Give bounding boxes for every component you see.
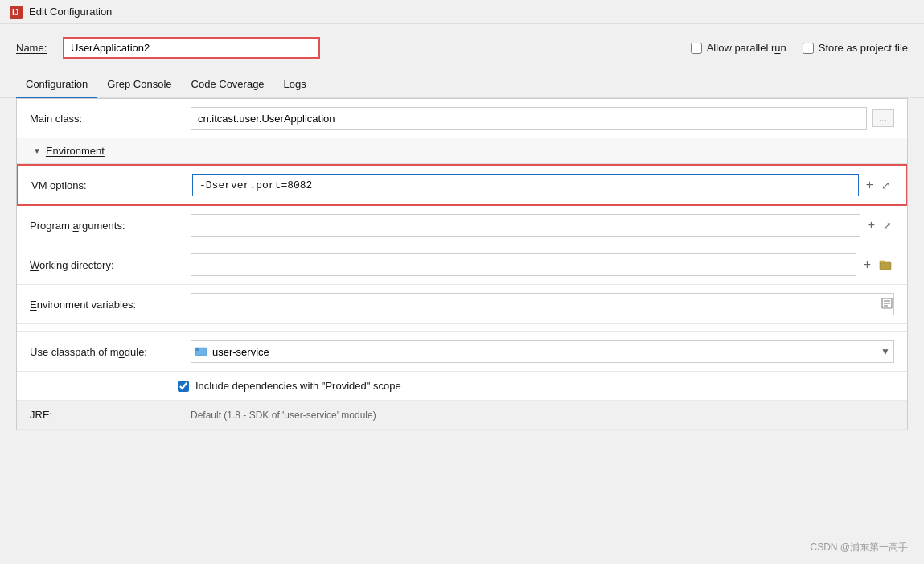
program-arguments-input[interactable] (191, 214, 860, 237)
svg-text:IJ: IJ (12, 8, 18, 17)
allow-parallel-group: Allow parallel run (691, 42, 786, 54)
store-as-project-group: Store as project file (803, 42, 908, 54)
tabs-bar: Configuration Grep Console Code Coverage… (0, 72, 924, 98)
allow-parallel-label: Allow parallel run (707, 42, 786, 54)
jre-value: Default (1.8 - SDK of 'user-service' mod… (191, 410, 376, 421)
name-row-right: Allow parallel run Store as project file (691, 42, 908, 54)
vm-options-label: VM options: (31, 179, 192, 191)
program-args-add-button[interactable]: + (865, 216, 877, 234)
main-class-label: Main class: (30, 113, 191, 125)
program-arguments-row: Program arguments: + ⤢ (17, 206, 907, 245)
module-dropdown-arrow-icon: ▼ (881, 346, 890, 357)
main-class-input[interactable] (191, 107, 867, 130)
name-input[interactable] (63, 37, 320, 59)
module-classpath-label: Use classpath of module: (30, 346, 191, 358)
jre-label: JRE: (30, 409, 191, 421)
allow-parallel-checkbox[interactable] (691, 43, 702, 54)
vm-options-expand-button[interactable]: ⤢ (879, 178, 893, 193)
app-icon: IJ (10, 6, 23, 19)
tab-grep-console[interactable]: Grep Console (97, 72, 181, 98)
program-args-actions: + ⤢ (865, 216, 894, 234)
name-row: Name: Allow parallel run Store as projec… (0, 24, 924, 72)
env-vars-wrapper (191, 293, 894, 315)
svg-rect-2 (880, 262, 891, 270)
environment-label: Environment (46, 145, 105, 157)
spacer-row (17, 324, 907, 332)
module-select-wrapper: user-service ▼ (191, 340, 894, 363)
environment-variables-label: Environment variables: (30, 298, 191, 311)
watermark: CSDN @浦东第一高手 (810, 541, 908, 554)
working-directory-row: Working directory: + (17, 245, 907, 285)
main-class-browse-button[interactable]: ... (872, 109, 894, 127)
title-bar: IJ Edit Configuration (0, 0, 924, 24)
program-arguments-label: Program arguments: (30, 220, 191, 232)
working-directory-label: Working directory: (30, 259, 191, 271)
include-dependencies-row: Include dependencies with "Provided" sco… (17, 372, 907, 401)
working-dir-add-button[interactable]: + (861, 256, 873, 274)
svg-rect-3 (880, 261, 885, 263)
program-args-expand-button[interactable]: ⤢ (881, 218, 894, 233)
environment-variables-row: Environment variables: (17, 285, 907, 324)
module-classpath-row: Use classpath of module: user-service ▼ (17, 332, 907, 372)
jre-row: JRE: Default (1.8 - SDK of 'user-service… (17, 401, 907, 430)
store-as-project-label: Store as project file (819, 42, 908, 54)
store-as-project-checkbox[interactable] (803, 43, 814, 54)
env-vars-edit-button[interactable] (881, 298, 893, 311)
module-select[interactable]: user-service (212, 346, 881, 358)
working-directory-input[interactable] (191, 253, 856, 276)
include-dependencies-label: Include dependencies with "Provided" sco… (195, 380, 401, 392)
working-dir-actions: + (861, 256, 894, 274)
svg-rect-9 (195, 348, 199, 351)
vm-options-input[interactable] (192, 174, 859, 196)
main-class-row: Main class: ... (17, 99, 907, 138)
tab-logs[interactable]: Logs (274, 72, 316, 98)
environment-section-header[interactable]: ▼ Environment (17, 138, 907, 164)
module-icon (195, 345, 207, 358)
tab-configuration[interactable]: Configuration (16, 72, 97, 98)
tab-code-coverage[interactable]: Code Coverage (182, 72, 274, 98)
vm-options-add-button[interactable]: + (864, 176, 876, 194)
name-label: Name: (16, 42, 56, 54)
environment-variables-input[interactable] (191, 293, 894, 315)
include-dependencies-checkbox[interactable] (178, 381, 189, 392)
vm-options-actions: + ⤢ (864, 176, 893, 194)
title-bar-text: Edit Configuration (29, 6, 112, 18)
working-dir-browse-button[interactable] (877, 257, 894, 272)
collapse-triangle-icon: ▼ (33, 146, 41, 155)
vm-options-row: VM options: + ⤢ (17, 164, 907, 206)
form-content: Main class: ... ▼ Environment VM options… (16, 98, 908, 430)
